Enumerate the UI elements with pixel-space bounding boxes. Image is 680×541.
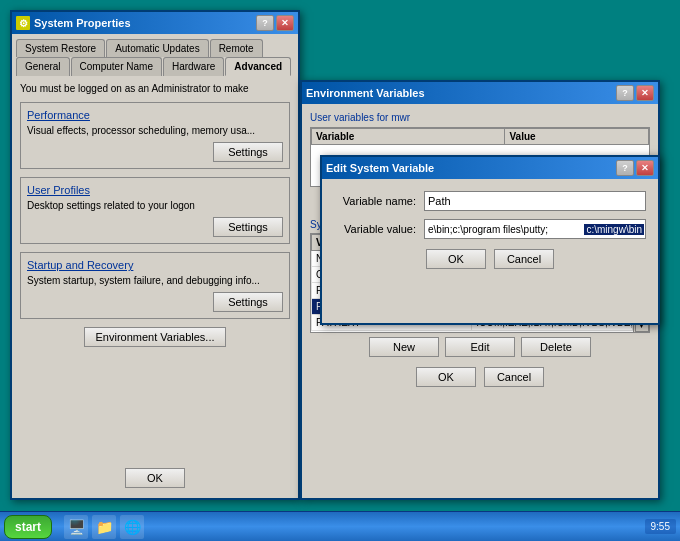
sys-vars-new-btn[interactable]: New	[369, 337, 439, 357]
env-vars-title: Environment Variables	[306, 87, 425, 99]
startup-recovery-desc: System startup, system failure, and debu…	[27, 275, 260, 286]
env-vars-cancel-btn[interactable]: Cancel	[484, 367, 544, 387]
sys-props-title-bar: ⚙ System Properties ? ✕	[12, 12, 298, 34]
env-vars-help-btn[interactable]: ?	[616, 85, 634, 101]
sys-props-body: You must be logged on as an Administrato…	[12, 75, 298, 355]
env-vars-btn[interactable]: Environment Variables...	[84, 327, 225, 347]
sys-vars-edit-btn[interactable]: Edit	[445, 337, 515, 357]
edit-var-window: Edit System Variable ? ✕ Variable name: …	[320, 155, 660, 325]
sys-props-tab-bar: System Restore Automatic Updates Remote …	[12, 34, 298, 75]
sys-props-help-btn[interactable]: ?	[256, 15, 274, 31]
clock-display: 9:55	[651, 521, 670, 532]
taskbar-clock: 9:55	[645, 519, 676, 534]
tab-general[interactable]: General	[16, 57, 70, 76]
var-name-input[interactable]	[424, 191, 646, 211]
edit-var-help-btn[interactable]: ?	[616, 160, 634, 176]
sys-props-bottom-ok: OK	[125, 468, 185, 488]
edit-var-title: Edit System Variable	[326, 162, 434, 174]
sys-props-close-btn[interactable]: ✕	[276, 15, 294, 31]
tab-advanced[interactable]: Advanced	[225, 57, 291, 76]
sys-props-title: System Properties	[34, 17, 131, 29]
tab-hardware[interactable]: Hardware	[163, 57, 224, 76]
var-value-label: Variable value:	[334, 223, 424, 235]
sys-props-icon: ⚙	[16, 16, 30, 30]
tab-remote[interactable]: Remote	[210, 39, 263, 57]
performance-section: Performance Visual effects, processor sc…	[20, 102, 290, 169]
start-label: start	[15, 520, 41, 534]
edit-var-ok-btn[interactable]: OK	[426, 249, 486, 269]
var-name-label: Variable name:	[334, 195, 424, 207]
taskbar-quick-launch: 🖥️ 📁 🌐	[64, 515, 144, 539]
performance-label[interactable]: Performance	[27, 109, 283, 121]
user-profiles-section: User Profiles Desktop settings related t…	[20, 177, 290, 244]
user-profiles-settings-btn[interactable]: Settings	[213, 217, 283, 237]
startup-recovery-label[interactable]: Startup and Recovery	[27, 259, 283, 271]
sys-vars-delete-btn[interactable]: Delete	[521, 337, 591, 357]
taskbar-icon-1[interactable]: 📁	[92, 515, 116, 539]
env-vars-close-btn[interactable]: ✕	[636, 85, 654, 101]
env-vars-ok-btn[interactable]: OK	[416, 367, 476, 387]
taskbar-icon-2[interactable]: 🌐	[120, 515, 144, 539]
start-button[interactable]: start	[4, 515, 52, 539]
env-vars-title-bar: Environment Variables ? ✕	[302, 82, 658, 104]
edit-var-close-btn[interactable]: ✕	[636, 160, 654, 176]
var-value-input[interactable]	[424, 219, 646, 239]
tab-system-restore[interactable]: System Restore	[16, 39, 105, 57]
taskbar: start 🖥️ 📁 🌐 9:55	[0, 511, 680, 541]
sys-props-notice: You must be logged on as an Administrato…	[20, 83, 290, 94]
startup-recovery-settings-btn[interactable]: Settings	[213, 292, 283, 312]
edit-var-cancel-btn[interactable]: Cancel	[494, 249, 554, 269]
performance-settings-btn[interactable]: Settings	[213, 142, 283, 162]
edit-var-title-bar: Edit System Variable ? ✕	[322, 157, 658, 179]
performance-desc: Visual effects, processor scheduling, me…	[27, 125, 255, 136]
user-profiles-desc: Desktop settings related to your logon	[27, 200, 195, 211]
user-vars-label: User variables for mwr	[310, 112, 650, 123]
tab-automatic-updates[interactable]: Automatic Updates	[106, 39, 209, 57]
taskbar-icon-0[interactable]: 🖥️	[64, 515, 88, 539]
system-properties-window: ⚙ System Properties ? ✕ System Restore A…	[10, 10, 300, 500]
sys-props-ok-btn[interactable]: OK	[125, 468, 185, 488]
startup-recovery-section: Startup and Recovery System startup, sys…	[20, 252, 290, 319]
tab-computer-name[interactable]: Computer Name	[71, 57, 162, 76]
user-vars-col-value: Value	[505, 129, 649, 145]
user-profiles-label[interactable]: User Profiles	[27, 184, 283, 196]
edit-var-body: Variable name: Variable value: c:\mingw\…	[322, 179, 658, 281]
user-vars-table: Variable Value	[311, 128, 649, 145]
user-vars-col-variable: Variable	[312, 129, 505, 145]
